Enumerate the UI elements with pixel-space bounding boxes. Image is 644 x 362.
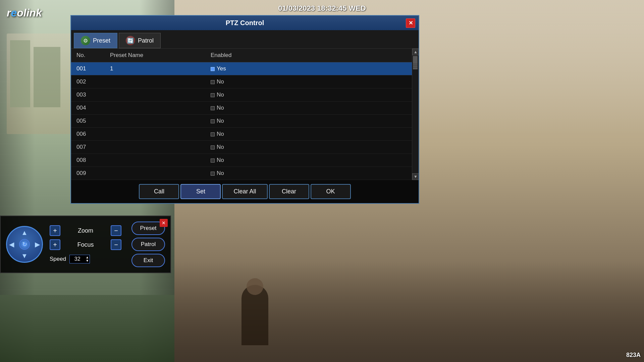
speed-control-row: Speed ▲ ▼ bbox=[50, 255, 121, 263]
ptz-tabs-container: ⚙ Preset 🔄 Patrol bbox=[71, 30, 419, 49]
preset-tab-label: Preset bbox=[93, 37, 110, 44]
zoom-control-row: + Zoom − bbox=[50, 225, 121, 236]
speed-spinner[interactable]: ▲ ▼ bbox=[85, 255, 90, 263]
cell-enabled: No bbox=[205, 115, 419, 128]
table-row[interactable]: 009No bbox=[71, 167, 419, 180]
enabled-checkbox-icon bbox=[211, 93, 215, 97]
cell-enabled: Yes bbox=[205, 62, 419, 75]
cell-preset-name bbox=[105, 102, 205, 115]
cell-preset-name bbox=[105, 167, 205, 180]
cell-no: 008 bbox=[71, 154, 105, 167]
ptz-dialog-title: PTZ Control bbox=[226, 19, 264, 26]
ptz-control-panel: ✕ ▲ ▼ ◀ ▶ ↻ + Zoom − + Focus − bbox=[0, 216, 171, 273]
patrol-tab-icon: 🔄 bbox=[126, 36, 135, 45]
set-button[interactable]: Set bbox=[180, 184, 221, 199]
focus-label: Focus bbox=[64, 241, 107, 248]
cell-enabled: No bbox=[205, 128, 419, 141]
cell-preset-name bbox=[105, 128, 205, 141]
table-row[interactable]: 008No bbox=[71, 154, 419, 167]
enabled-checkbox-icon bbox=[211, 67, 215, 71]
ptz-side-buttons: Preset Patrol Exit bbox=[131, 222, 165, 267]
cell-no: 001 bbox=[71, 62, 105, 75]
cell-preset-name bbox=[105, 141, 205, 154]
cell-preset-name bbox=[105, 115, 205, 128]
cell-enabled: No bbox=[205, 88, 419, 102]
col-header-enabled: Enabled bbox=[205, 49, 419, 62]
zoom-plus-button[interactable]: + bbox=[50, 225, 60, 236]
cell-enabled: No bbox=[205, 141, 419, 154]
preset-table-container: No. Preset Name Enabled 0011Yes002No003N… bbox=[71, 49, 419, 180]
joystick-left-arrow: ◀ bbox=[9, 240, 14, 248]
ptz-joystick-area: ▲ ▼ ◀ ▶ ↻ + Zoom − + Focus − Speed bbox=[6, 222, 165, 267]
speed-label: Speed bbox=[50, 256, 66, 262]
tab-preset[interactable]: ⚙ Preset bbox=[74, 33, 117, 48]
speed-down-arrow[interactable]: ▼ bbox=[86, 259, 89, 262]
cell-preset-name bbox=[105, 75, 205, 88]
enabled-checkbox-icon bbox=[211, 106, 215, 110]
enabled-checkbox-icon bbox=[211, 132, 215, 136]
ptz-control-dialog: PTZ Control ✕ ⚙ Preset 🔄 Patrol No. Pres… bbox=[70, 15, 419, 204]
resolution-badge: 823A bbox=[626, 352, 641, 359]
cell-preset-name bbox=[105, 154, 205, 167]
cell-enabled: No bbox=[205, 167, 419, 180]
call-button[interactable]: Call bbox=[139, 184, 179, 199]
table-row[interactable]: 005No bbox=[71, 115, 419, 128]
table-header-row: No. Preset Name Enabled bbox=[71, 49, 419, 62]
ptz-exit-button[interactable]: Exit bbox=[131, 254, 165, 267]
joystick-down-arrow: ▼ bbox=[21, 252, 28, 260]
preset-tab-icon: ⚙ bbox=[81, 36, 90, 45]
ptz-panel-close-button[interactable]: ✕ bbox=[160, 219, 168, 227]
reolink-logo: reolink bbox=[7, 7, 42, 19]
focus-control-row: + Focus − bbox=[50, 239, 121, 250]
cell-enabled: No bbox=[205, 75, 419, 88]
cell-no: 007 bbox=[71, 141, 105, 154]
ptz-joystick[interactable]: ▲ ▼ ◀ ▶ ↻ bbox=[6, 226, 43, 263]
cell-no: 005 bbox=[71, 115, 105, 128]
joystick-up-arrow: ▲ bbox=[21, 229, 28, 237]
ptz-zoom-focus-controls: + Zoom − + Focus − Speed ▲ ▼ bbox=[50, 225, 121, 263]
cell-no: 003 bbox=[71, 88, 105, 102]
table-row[interactable]: 002No bbox=[71, 75, 419, 88]
preset-table: No. Preset Name Enabled 0011Yes002No003N… bbox=[71, 49, 419, 180]
cell-enabled: No bbox=[205, 154, 419, 167]
table-scrollbar[interactable]: ▲ ▼ bbox=[412, 49, 419, 180]
enabled-checkbox-icon bbox=[211, 80, 215, 84]
enabled-checkbox-icon bbox=[211, 172, 215, 176]
enabled-checkbox-icon bbox=[211, 159, 215, 163]
clear-all-button[interactable]: Clear All bbox=[222, 184, 267, 199]
cell-no: 004 bbox=[71, 102, 105, 115]
enabled-checkbox-icon bbox=[211, 119, 215, 123]
zoom-label: Zoom bbox=[64, 227, 107, 234]
cell-preset-name: 1 bbox=[105, 62, 205, 75]
zoom-minus-button[interactable]: − bbox=[111, 225, 121, 236]
ptz-dialog-close-button[interactable]: ✕ bbox=[406, 18, 415, 28]
clear-button[interactable]: Clear bbox=[269, 184, 309, 199]
cell-preset-name bbox=[105, 88, 205, 102]
cell-no: 002 bbox=[71, 75, 105, 88]
col-header-no: No. bbox=[71, 49, 105, 62]
joystick-arrows: ▲ ▼ ◀ ▶ bbox=[7, 227, 42, 262]
table-row[interactable]: 0011Yes bbox=[71, 62, 419, 75]
joystick-right-arrow: ▶ bbox=[35, 240, 40, 248]
focus-minus-button[interactable]: − bbox=[111, 239, 121, 250]
speed-input[interactable] bbox=[70, 255, 85, 263]
table-row[interactable]: 006No bbox=[71, 128, 419, 141]
enabled-checkbox-icon bbox=[211, 145, 215, 149]
scrollbar-up-button[interactable]: ▲ bbox=[412, 49, 419, 55]
ptz-patrol-button[interactable]: Patrol bbox=[131, 238, 165, 251]
timestamp-display: 01/03/2023 18:32:45 WED bbox=[278, 4, 366, 13]
table-row[interactable]: 007No bbox=[71, 141, 419, 154]
cell-enabled: No bbox=[205, 102, 419, 115]
cell-no: 006 bbox=[71, 128, 105, 141]
cell-no: 009 bbox=[71, 167, 105, 180]
tab-patrol[interactable]: 🔄 Patrol bbox=[119, 33, 161, 48]
scrollbar-down-button[interactable]: ▼ bbox=[412, 173, 419, 180]
table-row[interactable]: 003No bbox=[71, 88, 419, 102]
patrol-tab-label: Patrol bbox=[138, 37, 154, 44]
ptz-action-buttons: Call Set Clear All Clear OK bbox=[71, 180, 419, 203]
col-header-name: Preset Name bbox=[105, 49, 205, 62]
table-row[interactable]: 004No bbox=[71, 102, 419, 115]
ok-button[interactable]: OK bbox=[311, 184, 351, 199]
ptz-dialog-titlebar: PTZ Control ✕ bbox=[71, 16, 419, 30]
focus-plus-button[interactable]: + bbox=[50, 239, 60, 250]
